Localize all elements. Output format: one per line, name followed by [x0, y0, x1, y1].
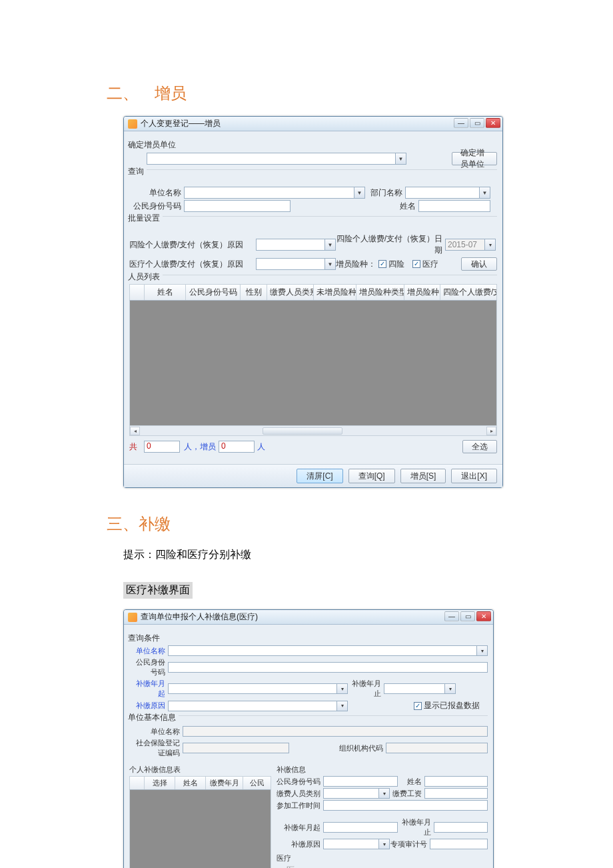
col2-ym[interactable]: 缴费年月 [206, 777, 243, 789]
r-ymto-input[interactable] [434, 822, 488, 833]
app-icon [128, 119, 137, 129]
h-scrollbar[interactable]: ◂ ▸ [129, 426, 497, 436]
titlebar[interactable]: 个人变更登记——增员 — ▭ ✕ [124, 117, 502, 131]
r-name-input[interactable] [424, 776, 488, 787]
label-ymto: 补缴年月止 [348, 679, 384, 699]
select-all-button[interactable]: 全选 [462, 440, 497, 453]
close-button[interactable]: ✕ [476, 611, 491, 621]
chevron-down-icon: ▼ [479, 187, 490, 198]
exit-button[interactable]: 退出[X] [451, 469, 497, 483]
reason-combo[interactable]: ▾ [168, 701, 348, 711]
r-ymfrom-input[interactable] [323, 822, 398, 833]
window-title-2: 查询单位申报个人补缴信息(医疗) [141, 611, 258, 623]
checkbox-med-r: ✓医疗 [277, 865, 301, 868]
table-body-2[interactable] [129, 790, 271, 868]
checkbox-med[interactable]: ✓医疗 [412, 259, 438, 270]
label-four-date: 四险个人缴费/支付（恢复）日期 [336, 233, 445, 256]
group-query-2: 查询条件 [125, 633, 163, 644]
chevron-down-icon: ▾ [444, 684, 455, 693]
r-name: 姓名 [398, 777, 424, 787]
group-right: 补缴信息 [277, 765, 488, 775]
titlebar-2[interactable]: 查询单位申报个人补缴信息(医疗) — ▭ ✕ [124, 610, 493, 625]
four-date-value: 2015-07 [448, 240, 477, 249]
ymfrom-combo[interactable]: ▾ [168, 683, 348, 694]
group-left: 个人补缴信息表 [129, 765, 271, 775]
unitname-input [183, 726, 488, 737]
r-worktime-input[interactable] [323, 800, 488, 811]
col2-name[interactable]: 姓名 [175, 777, 206, 789]
chevron-down-icon: ▾ [476, 646, 487, 655]
unit-combo-2[interactable]: ▾ [168, 645, 488, 656]
maximize-button[interactable]: ▭ [460, 611, 475, 621]
chevron-down-icon: ▼ [395, 153, 406, 164]
col-idno[interactable]: 公民身份号码 [186, 285, 241, 300]
app-icon [128, 613, 137, 622]
col2-idpart[interactable]: 公民 [243, 777, 271, 789]
minimize-button[interactable]: — [454, 118, 468, 128]
label-ymfrom: 补缴年月起 [129, 679, 168, 699]
r-special-input[interactable] [430, 839, 488, 849]
r-ptype-combo[interactable]: ▾ [323, 788, 390, 799]
confirm-unit-combo[interactable]: ▼ [147, 153, 406, 165]
dept-combo[interactable]: ▼ [405, 187, 490, 199]
confirm-button[interactable]: 确认 [461, 257, 497, 271]
scroll-thumb[interactable] [263, 427, 342, 435]
idno-input-2[interactable] [168, 662, 488, 673]
col-addins[interactable]: 增员险种 [404, 285, 440, 300]
add-button[interactable]: 增员[S] [400, 469, 446, 483]
ymto-combo[interactable]: ▾ [384, 683, 456, 694]
col-noadd[interactable]: 未增员险种 [314, 285, 356, 300]
r-ymto: 补缴年月止 [398, 817, 434, 837]
clear-button[interactable]: 清屏[C] [297, 469, 342, 483]
checkbox-med-label: 医疗 [422, 259, 438, 270]
col-fourpay[interactable]: 四险个人缴费/支付( [440, 285, 496, 300]
chevron-down-icon: ▾ [336, 684, 347, 693]
label-unit: 单位名称 [129, 187, 184, 199]
col-gender[interactable]: 性别 [241, 285, 267, 300]
name-input[interactable] [418, 200, 490, 212]
col-blank[interactable] [130, 285, 145, 300]
summary-label-2: 人，增员 [180, 441, 219, 453]
unit-combo[interactable]: ▼ [184, 187, 365, 199]
r-reason-combo[interactable]: ▾ [323, 839, 390, 849]
idno-input[interactable] [184, 200, 291, 212]
r-wage: 缴费工资 [390, 789, 424, 799]
checkbox-showreported[interactable]: ✓显示已报盘数据 [414, 700, 480, 711]
col2-select[interactable]: 选择 [145, 777, 175, 789]
col2-blank[interactable] [130, 777, 145, 789]
med-reason-combo[interactable]: ▼ [256, 258, 336, 270]
scroll-right-button[interactable]: ▸ [486, 427, 496, 435]
label-reason: 补缴原因 [129, 701, 168, 711]
window-title: 个人变更登记——增员 [141, 118, 221, 129]
chevron-down-icon: ▼ [324, 259, 335, 269]
checkbox-four[interactable]: ✓四险 [378, 259, 404, 270]
table-header: 姓名 公民身份号码 性别 缴费人员类别 未增员险种 增员险种类型 增员险种 四险… [129, 284, 497, 301]
group-batch: 批量设置 [125, 213, 163, 224]
summary-add-input: 0 [219, 441, 255, 453]
minimize-button[interactable]: — [444, 611, 459, 621]
chevron-down-icon: ▾ [484, 239, 495, 250]
checkbox-four-label: 四险 [388, 259, 404, 270]
four-date-combo[interactable]: 2015-07 ▾ [445, 239, 496, 251]
maximize-button[interactable]: ▭ [470, 118, 484, 128]
r-idno-input[interactable] [323, 776, 398, 787]
col-addtype[interactable]: 增员险种类型 [356, 285, 404, 300]
r-wage-input[interactable] [424, 788, 488, 799]
col-paytype[interactable]: 缴费人员类别 [267, 285, 314, 300]
label-idno: 公民身份号码 [129, 201, 184, 212]
confirm-unit-button[interactable]: 确定增员单位 [452, 152, 497, 165]
scroll-left-button[interactable]: ◂ [130, 427, 140, 435]
label-addtype: 增员险种： [336, 259, 378, 270]
checkbox-med-r-label: 医疗 [287, 865, 302, 868]
table-body[interactable] [129, 301, 497, 426]
label-dept: 部门名称 [365, 187, 405, 199]
label-name: 姓名 [291, 201, 418, 212]
label-idno-2: 公民身份号码 [129, 657, 168, 677]
query-button[interactable]: 查询[Q] [348, 469, 395, 483]
subhead-med: 医疗补缴界面 [123, 582, 193, 599]
r-idno: 公民身份号码 [277, 777, 323, 787]
four-reason-combo[interactable]: ▼ [256, 239, 336, 251]
close-button[interactable]: ✕ [486, 118, 500, 128]
footer-buttons: 清屏[C] 查询[Q] 增员[S] 退出[X] [124, 464, 502, 487]
col-name[interactable]: 姓名 [145, 285, 186, 300]
